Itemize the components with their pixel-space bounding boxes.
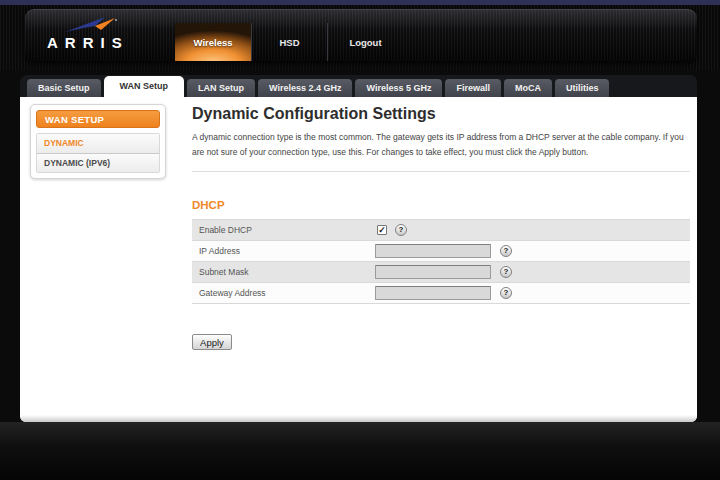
top-navigation: Wireless HSD Logout (175, 23, 403, 61)
sidebar-item-dynamic[interactable]: DYNAMIC (37, 134, 159, 153)
table-row: Subnet Mask ? (192, 262, 690, 283)
tab-moca[interactable]: MoCA (504, 79, 552, 97)
table-row: Enable DHCP ✓ ? (192, 220, 690, 241)
help-icon[interactable]: ? (500, 245, 512, 257)
apply-button[interactable]: Apply (192, 334, 232, 350)
dhcp-section-title: DHCP (192, 199, 690, 211)
divider (192, 171, 690, 172)
enable-dhcp-label: Enable DHCP (192, 220, 690, 240)
help-icon[interactable]: ? (395, 224, 407, 236)
subnet-mask-field[interactable] (375, 265, 491, 279)
table-row: Gateway Address ? (192, 283, 690, 304)
dhcp-form-table: Enable DHCP ✓ ? IP Address ? Subnet Mask… (192, 219, 690, 304)
tab-utilities[interactable]: Utilities (555, 79, 610, 97)
page-description: A dynamic connection type is the most co… (192, 130, 690, 160)
brand-panel: ARRIS Wireless HSD Logout (25, 9, 697, 61)
page-title: Dynamic Configuration Settings (192, 104, 690, 124)
gateway-address-field[interactable] (375, 286, 491, 300)
tab-wireless-24ghz[interactable]: Wireless 2.4 GHz (258, 79, 352, 97)
sidebar-title: WAN SETUP (36, 110, 160, 128)
arris-logo: ARRIS (47, 16, 143, 56)
tab-lan-setup[interactable]: LAN Setup (187, 79, 255, 97)
ip-address-field[interactable] (375, 244, 491, 258)
tab-wireless-5ghz[interactable]: Wireless 5 GHz (355, 79, 442, 97)
nav-item-wireless[interactable]: Wireless (175, 23, 251, 61)
sidebar-item-dynamic-ipv6[interactable]: DYNAMIC (IPV6) (37, 153, 159, 172)
nav-item-logout[interactable]: Logout (327, 23, 403, 61)
sidebar-list: DYNAMIC DYNAMIC (IPV6) (36, 133, 160, 173)
help-icon[interactable]: ? (500, 287, 512, 299)
brand-name: ARRIS (47, 34, 129, 51)
main-panel: Dynamic Configuration Settings A dynamic… (192, 104, 690, 350)
tab-wan-setup[interactable]: WAN Setup (104, 76, 185, 97)
header: ARRIS Wireless HSD Logout (0, 5, 720, 70)
tab-basic-setup[interactable]: Basic Setup (27, 79, 101, 97)
nav-item-hsd[interactable]: HSD (251, 23, 327, 61)
help-icon[interactable]: ? (500, 266, 512, 278)
table-row: IP Address ? (192, 241, 690, 262)
content-area: WAN SETUP DYNAMIC DYNAMIC (IPV6) Dynamic… (20, 97, 697, 422)
wan-setup-sidebar: WAN SETUP DYNAMIC DYNAMIC (IPV6) (30, 104, 166, 179)
content-bottom-edge (20, 415, 697, 422)
footer-background (0, 422, 720, 480)
section-tab-bar: Basic Setup WAN Setup LAN Setup Wireless… (20, 75, 697, 97)
arris-logo-swoosh (65, 16, 127, 33)
enable-dhcp-checkbox[interactable]: ✓ (377, 225, 387, 235)
tab-firewall[interactable]: Firewall (445, 79, 501, 97)
router-admin-page: ARRIS Wireless HSD Logout Basic Setup WA… (0, 0, 720, 480)
